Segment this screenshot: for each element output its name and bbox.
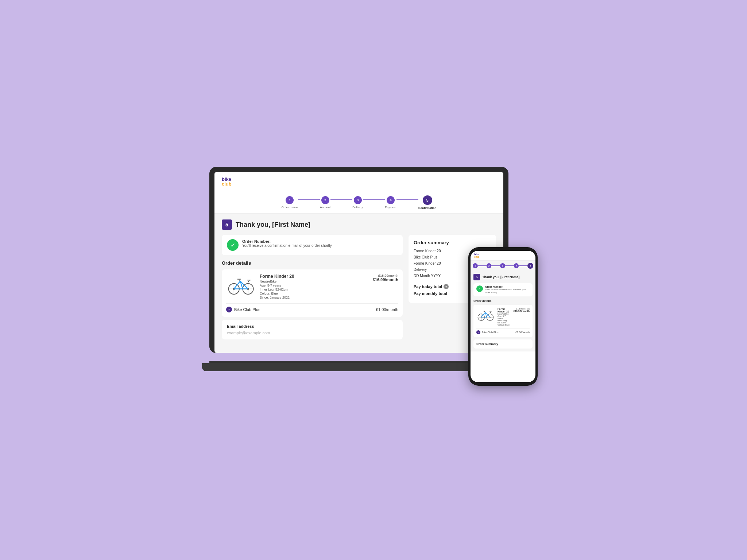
order-number-label: Order Number: [242,239,333,244]
help-icon[interactable]: ? [444,284,449,289]
phone-addon-check-icon: ✓ [476,330,480,334]
phone-step-line-3 [505,265,514,266]
phone-screen: bike club 1 2 3 4 5 5 Thank you, [First … [471,251,535,382]
phone-check-icon: ✓ [478,287,481,291]
phone-product-name: Forme Kinder 20 [498,308,510,313]
product-card: Forme Kinder 20 New/reBike Age: 5-7 year… [222,269,403,317]
pay-today-label: Pay today total ? [414,284,449,289]
phone-order-summary-card: Order summary [473,339,533,349]
product-row: Forme Kinder 20 New/reBike Age: 5-7 year… [226,274,398,300]
logo: bike club [222,177,232,186]
phone-logo-club: club [474,256,479,258]
pay-today-text: Pay today total [414,284,442,289]
email-label: Email address [227,324,398,328]
phone-step-line-2 [491,265,500,266]
phone-order-number-label: Order Number: [485,285,530,288]
step-4[interactable]: 4 Payment [385,196,396,209]
product-name: Forme Kinder 20 [260,274,368,279]
summary-label-1: Forme Kinder 20 [414,249,441,253]
summary-label-2: Bike Club Plus [414,255,437,259]
page-title: Thank you, [First Name] [236,221,310,229]
phone-price-current: £16.99/month [513,310,530,312]
phone-page-title: Thank you, [First Name] [482,275,520,279]
step-label-4: Payment [385,206,396,209]
step-3[interactable]: 3 Delivery [352,196,363,209]
phone-progress: 1 2 3 4 5 [471,261,535,271]
laptop-screen: bike club 1 Order review 2 Account [214,172,503,353]
product-type: New/reBike [260,280,368,283]
phone-main: 5 Thank you, [First Name] ✓ Order Number… [471,271,535,351]
summary-label-delivery: Delivery [414,268,427,272]
phone-addon-row: ✓ Bike Club Plus £1.00/month [476,328,530,334]
confirmation-box: ✓ Order Number: You'll receive a confirm… [222,235,403,255]
price-current: £16.99/month [373,277,398,282]
two-col-layout: ✓ Order Number: You'll receive a confirm… [222,235,496,345]
step-label-1: Order review [282,206,298,209]
laptop-outer: bike club 1 Order review 2 Account [209,167,508,353]
order-confirmation-text: You'll receive a confirmation e-mail of … [242,244,333,248]
step-1[interactable]: 1 Order review [282,196,298,209]
step-circle-2: 2 [321,196,329,204]
phone-step-5: 5 [527,263,533,269]
product-info: Forme Kinder 20 New/reBike Age: 5-7 year… [260,274,368,300]
page-step-badge: 5 [222,219,232,230]
phone-product-info: Forme Kinder 20 New/reBike Age: 5-7 year… [498,308,510,326]
pay-monthly-text: Pay monthly total [414,291,447,296]
step-circle-1: 1 [286,196,294,204]
phone-header: bike club [471,251,535,261]
logo-club-text: club [222,182,232,186]
phone-step-badge: 5 [473,274,480,280]
laptop: bike club 1 Order review 2 Account [209,167,508,371]
product-colour: Colour: Blue [260,292,368,295]
phone-summary-title: Order summary [476,342,530,346]
summary-label-3: Forme Kinder 20 [414,261,441,265]
check-icon: ✓ [231,242,235,249]
phone-addon-price: £1.00/month [515,331,530,334]
phone-step-1: 1 [473,263,478,268]
order-details-section: Order details [222,260,403,339]
step-circle-3: 3 [354,196,362,204]
step-label-2: Account [320,206,330,209]
phone-product-age: Age: 5-7 years [498,315,510,319]
pay-monthly-label: Pay monthly total [414,291,447,296]
phone-product-card: Forme Kinder 20 New/reBike Age: 5-7 year… [473,305,533,337]
phone-product-row: Forme Kinder 20 New/reBike Age: 5-7 year… [476,308,530,326]
summary-label-date: DD Month YYYY [414,274,441,278]
phone-order-details-title: Order details [473,299,533,303]
price-original: £18.99/month [373,274,398,277]
step-label-5: Confirmation [418,206,437,210]
phone-logo-bike: bike [474,253,479,256]
step-circle-5: 5 [423,195,432,205]
phone-addon-name: Bike Club Plus [482,331,514,334]
step-line-1 [298,199,320,200]
phone-step-2: 2 [487,263,492,268]
phone-product-inner-leg: Inner Leg: 52-62cm [498,319,510,324]
phone-step-line-4 [519,265,527,266]
step-line-3 [363,199,385,200]
phone-product-prices: £18.99/month £16.99/month [513,308,530,312]
step-circle-4: 4 [387,196,395,204]
email-card: Email address example@example.com [222,320,403,339]
addon-price: £1.00/month [376,307,398,312]
step-2[interactable]: 2 Account [320,196,330,209]
confirmation-text-block: Order Number: You'll receive a confirmat… [242,239,333,248]
phone: bike club 1 2 3 4 5 5 Thank you, [First … [468,247,538,386]
step-5[interactable]: 5 Confirmation [418,195,437,210]
page-title-section: 5 Thank you, [First Name] [222,219,496,230]
product-inner-leg: Inner Leg: 52-62cm [260,288,368,291]
phone-check-circle: ✓ [476,285,483,292]
order-details-title: Order details [222,260,403,266]
summary-title: Order summary [414,240,491,245]
phone-product-type: New/reBike [498,313,510,315]
phone-logo: bike club [474,253,479,258]
progress-steps: 1 Order review 2 Account 3 Delivery [282,195,437,210]
addon-name: Bike Club Plus [234,307,374,312]
check-circle: ✓ [227,239,239,251]
scene: bike club 1 Order review 2 Account [209,167,538,393]
addon-row: ✓ Bike Club Plus £1.00/month [226,303,398,312]
phone-confirmation-box: ✓ Order Number: You'll receive a confirm… [473,283,533,296]
phone-title-row: 5 Thank you, [First Name] [473,274,533,280]
phone-product-colour: Colour: Blue [498,324,510,326]
left-column: ✓ Order Number: You'll receive a confirm… [222,235,403,345]
phone-confirmation-text-block: Order Number: You'll receive a confirmat… [485,285,530,294]
